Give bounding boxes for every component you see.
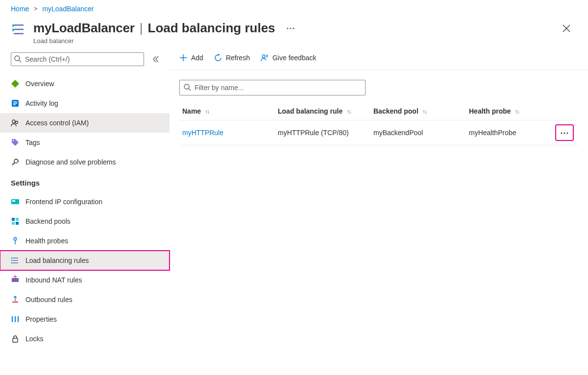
- column-label: Health probe: [469, 107, 511, 115]
- sidebar-item-access-control[interactable]: Access control (IAM): [0, 113, 170, 133]
- filter-input[interactable]: [179, 80, 366, 95]
- sidebar-item-label: Diagnose and solve problems: [25, 158, 116, 166]
- page-subtitle: Load balancer: [33, 37, 558, 45]
- refresh-button[interactable]: Refresh: [214, 54, 250, 62]
- main-panel: Add Refresh Give feedback: [170, 51, 588, 373]
- sidebar-search-input[interactable]: [11, 52, 144, 66]
- frontend-ip-icon: [11, 197, 20, 206]
- sidebar-item-lb-rules[interactable]: Load balancing rules: [0, 251, 170, 270]
- column-label: Name: [182, 107, 201, 115]
- sidebar-item-tags[interactable]: Tags: [0, 133, 170, 152]
- plus-icon: [179, 54, 187, 62]
- sidebar-item-health-probes[interactable]: Health probes: [0, 231, 170, 251]
- rule-value: myHTTPRule (TCP/80): [275, 120, 370, 145]
- sort-icon: ↑↓: [422, 108, 426, 115]
- header-more-button[interactable]: ⋯: [279, 20, 302, 36]
- rule-name-link[interactable]: myHTTPRule: [182, 129, 223, 137]
- column-label: Load balancing rule: [278, 107, 343, 115]
- sidebar-item-label: Locks: [25, 335, 44, 343]
- toolbar-label: Add: [191, 54, 203, 62]
- sidebar-item-properties[interactable]: Properties: [0, 309, 170, 329]
- svg-rect-9: [16, 218, 19, 221]
- column-label: Backend pool: [373, 107, 418, 115]
- svg-point-16: [262, 55, 265, 58]
- table-row[interactable]: myHTTPRule myHTTPRule (TCP/80) myBackend…: [179, 120, 578, 145]
- svg-rect-10: [12, 222, 15, 225]
- close-button[interactable]: [558, 20, 575, 39]
- page-title: myLoadBalancer: [33, 21, 135, 36]
- sidebar-item-label: Inbound NAT rules: [25, 276, 82, 284]
- sidebar-item-backend-pools[interactable]: Backend pools: [0, 211, 170, 231]
- overview-icon: [11, 79, 20, 88]
- svg-rect-8: [12, 218, 15, 221]
- sidebar-item-diagnose[interactable]: Diagnose and solve problems: [0, 152, 170, 172]
- sidebar-item-label: Backend pools: [25, 217, 71, 225]
- sort-icon: ↑↓: [514, 108, 518, 115]
- tags-icon: [11, 138, 20, 147]
- sort-icon: ↑↓: [205, 108, 209, 115]
- svg-point-3: [16, 121, 18, 124]
- page-header: myLoadBalancer | Load balancing rules ⋯ …: [0, 20, 588, 51]
- sidebar-item-locks[interactable]: Locks: [0, 329, 170, 349]
- title-divider: |: [139, 21, 144, 36]
- row-actions-button[interactable]: ⋯: [556, 125, 573, 140]
- toolbar: Add Refresh Give feedback: [170, 51, 588, 70]
- sidebar-item-label: Overview: [25, 80, 54, 88]
- search-icon: [14, 55, 22, 63]
- add-button[interactable]: Add: [179, 54, 203, 62]
- sidebar-item-outbound-rules[interactable]: Outbound rules: [0, 290, 170, 309]
- column-header-backend[interactable]: Backend pool ↑↓: [370, 102, 466, 120]
- access-control-icon: [11, 118, 20, 127]
- svg-point-2: [12, 120, 15, 123]
- toolbar-label: Refresh: [226, 54, 250, 62]
- column-header-rule[interactable]: Load balancing rule ↑↓: [275, 102, 370, 120]
- close-icon: [563, 24, 570, 32]
- collapse-sidebar-button[interactable]: [150, 53, 162, 65]
- svg-point-17: [184, 84, 189, 89]
- sidebar-item-label: Load balancing rules: [25, 257, 89, 264]
- refresh-icon: [214, 54, 222, 62]
- diagnose-icon: [11, 158, 20, 166]
- breadcrumb: Home > myLoadBalancer: [0, 0, 588, 20]
- column-header-probe[interactable]: Health probe ↑↓: [466, 102, 551, 120]
- filter-wrap: [179, 80, 366, 95]
- sidebar-item-label: Health probes: [25, 237, 68, 245]
- breadcrumb-resource[interactable]: myLoadBalancer: [42, 5, 94, 13]
- inbound-nat-icon: [11, 276, 20, 284]
- sidebar-item-frontend-ip[interactable]: Frontend IP configuration: [0, 192, 170, 211]
- chevron-double-left-icon: [152, 55, 160, 63]
- outbound-rules-icon: [11, 295, 20, 304]
- search-icon: [183, 83, 191, 91]
- toolbar-label: Give feedback: [272, 54, 317, 62]
- sidebar-item-overview[interactable]: Overview: [0, 74, 170, 94]
- sidebar-item-label: Properties: [25, 315, 57, 323]
- svg-rect-15: [13, 338, 18, 342]
- ellipsis-icon: ⋯: [560, 127, 569, 138]
- sidebar-item-inbound-nat[interactable]: Inbound NAT rules: [0, 270, 170, 290]
- locks-icon: [11, 334, 20, 343]
- backend-pools-icon: [11, 217, 20, 226]
- svg-rect-11: [16, 222, 19, 225]
- sidebar: Overview Activity log Access control (IA…: [0, 51, 170, 373]
- activity-log-icon: [11, 99, 20, 108]
- feedback-icon: [261, 54, 269, 62]
- page-section: Load balancing rules: [148, 21, 275, 36]
- backend-value: myBackendPool: [370, 120, 466, 145]
- sidebar-item-label: Frontend IP configuration: [25, 198, 102, 206]
- svg-point-13: [15, 238, 16, 239]
- svg-point-0: [15, 56, 20, 61]
- feedback-button[interactable]: Give feedback: [261, 54, 317, 62]
- chevron-right-icon: >: [34, 5, 37, 12]
- sidebar-item-label: Outbound rules: [25, 296, 73, 304]
- rules-table: Name ↑↓ Load balancing rule ↑↓ Backend p…: [179, 102, 578, 145]
- column-header-name[interactable]: Name ↑↓: [179, 102, 275, 120]
- svg-point-4: [13, 140, 14, 141]
- sidebar-search: [11, 52, 144, 66]
- sidebar-group-settings: Settings: [0, 172, 170, 192]
- health-probes-icon: [11, 236, 20, 245]
- sort-icon: ↑↓: [346, 108, 350, 115]
- sidebar-item-label: Access control (IAM): [25, 119, 89, 127]
- sidebar-item-activity-log[interactable]: Activity log: [0, 94, 170, 113]
- breadcrumb-home[interactable]: Home: [11, 5, 29, 13]
- properties-icon: [11, 315, 20, 324]
